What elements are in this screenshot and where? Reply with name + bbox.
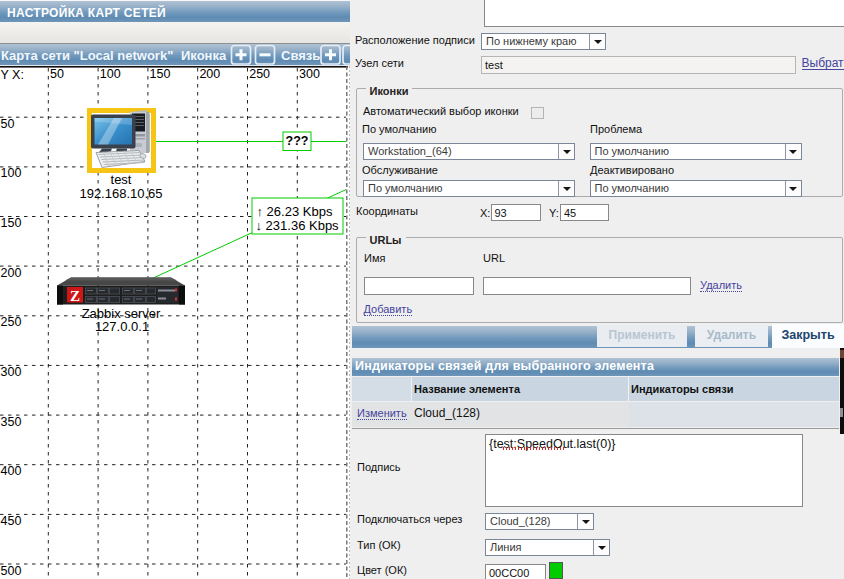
svg-text:50: 50 xyxy=(1,117,15,131)
svg-text:Z: Z xyxy=(70,288,80,304)
svg-text:200: 200 xyxy=(199,67,220,81)
svg-text:350: 350 xyxy=(1,415,22,429)
svg-text:Y X:: Y X: xyxy=(1,68,24,82)
svg-text:200: 200 xyxy=(1,266,22,280)
svg-text:↓ 231.36 Kbps: ↓ 231.36 Kbps xyxy=(256,218,340,233)
svg-text:500: 500 xyxy=(1,564,22,578)
svg-text:100: 100 xyxy=(100,67,121,81)
svg-text:150: 150 xyxy=(1,216,22,230)
svg-text:↑ 26.23 Kbps: ↑ 26.23 Kbps xyxy=(257,204,333,219)
svg-text:192.168.10.65: 192.168.10.65 xyxy=(79,186,162,201)
svg-text:450: 450 xyxy=(1,514,22,528)
svg-text:300: 300 xyxy=(1,365,22,379)
svg-text:400: 400 xyxy=(1,464,22,478)
svg-text:100: 100 xyxy=(1,166,22,180)
svg-text:50: 50 xyxy=(50,67,64,81)
svg-text:250: 250 xyxy=(1,315,22,329)
svg-text:127.0.0.1: 127.0.0.1 xyxy=(95,319,149,334)
svg-text:250: 250 xyxy=(249,67,270,81)
svg-text:???: ??? xyxy=(286,134,309,148)
svg-text:150: 150 xyxy=(150,67,171,81)
svg-text:300: 300 xyxy=(299,67,320,81)
